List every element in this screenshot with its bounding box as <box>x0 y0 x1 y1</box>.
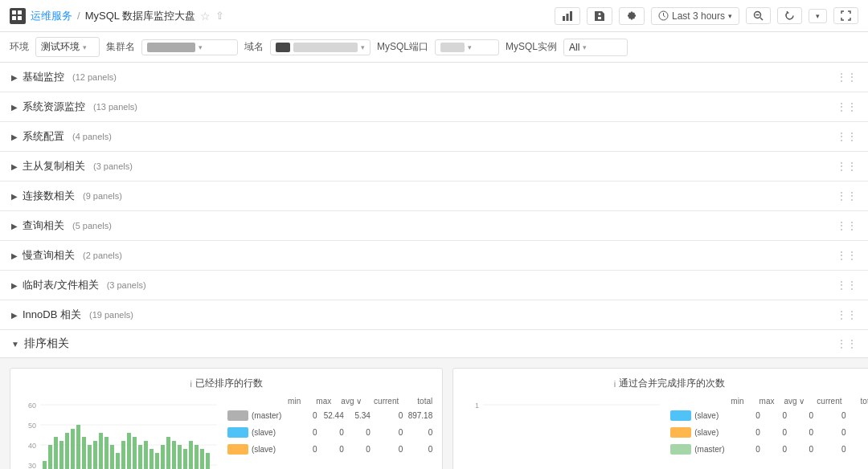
refresh-dropdown-button[interactable]: ▾ <box>809 9 827 23</box>
domain-label: 域名 <box>244 40 264 54</box>
section-row-temp[interactable]: ▶ 临时表/文件相关 (3 panels) ⋮⋮ <box>0 271 868 300</box>
chart1-title: 已经排序的行数 <box>195 377 263 390</box>
section-title-innodb: InnoDB 相关 <box>23 308 81 322</box>
svg-rect-6 <box>570 11 572 21</box>
svg-rect-48 <box>189 441 193 469</box>
app-icon <box>10 8 26 24</box>
drag-handle-config[interactable]: ⋮⋮ <box>836 130 857 143</box>
settings-button[interactable] <box>619 7 645 25</box>
svg-rect-4 <box>563 16 565 21</box>
save-button[interactable] <box>587 7 612 25</box>
drag-handle-system[interactable]: ⋮⋮ <box>836 100 857 113</box>
fullscreen-button[interactable] <box>833 7 858 24</box>
sort-section-header[interactable]: ▼ 排序相关 ⋮⋮ <box>0 330 868 358</box>
svg-rect-50 <box>200 449 204 469</box>
svg-rect-32 <box>99 433 103 469</box>
svg-rect-22 <box>43 461 47 469</box>
svg-rect-35 <box>116 453 120 469</box>
col2-total: total <box>846 397 868 406</box>
svg-text:30: 30 <box>28 462 36 469</box>
svg-rect-49 <box>194 445 199 469</box>
section-row-innodb[interactable]: ▶ InnoDB 相关 (19 panels) ⋮⋮ <box>0 300 868 330</box>
col2-current: current <box>809 397 841 406</box>
svg-rect-44 <box>166 437 170 469</box>
filter-bar: 环境 测试环境 ▾ 集群名 ▾ 域名 ▾ MySQL端口 ▾ MySQL实例 A… <box>0 32 868 63</box>
svg-rect-5 <box>566 14 568 21</box>
svg-rect-28 <box>76 425 80 469</box>
breadcrumb-area: 运维服务 / MySQL 数据库监控大盘 ☆ ⇧ <box>10 8 224 24</box>
section-row-basic[interactable]: ▶ 基础监控 (12 panels) ⋮⋮ <box>0 63 868 92</box>
domain-select[interactable]: ▾ <box>270 39 371 55</box>
legend-row-slave2: (slave) 0 0 0 0 0 <box>227 444 432 455</box>
section-row-query[interactable]: ▶ 查询相关 (5 panels) ⋮⋮ <box>0 211 868 241</box>
main-content: ▶ 基础监控 (12 panels) ⋮⋮ ▶ 系统资源监控 (13 panel… <box>0 63 868 469</box>
cluster-label: 集群名 <box>106 40 135 54</box>
svg-rect-40 <box>144 441 148 469</box>
refresh-button[interactable] <box>777 7 802 24</box>
col-current: current <box>366 397 399 406</box>
svg-rect-30 <box>88 445 92 469</box>
legend-row-master: (master) 0 52.44 5.34 0 897.18 <box>227 410 432 421</box>
section-title-temp: 临时表/文件相关 <box>23 278 99 292</box>
section-row-slow-query[interactable]: ▶ 慢查询相关 (2 panels) ⋮⋮ <box>0 241 868 271</box>
drag-handle-replication[interactable]: ⋮⋮ <box>836 160 857 173</box>
breadcrumb-service[interactable]: 运维服务 <box>31 9 72 23</box>
section-title-system: 系统资源监控 <box>23 100 85 114</box>
section-row-connections[interactable]: ▶ 连接数相关 (9 panels) ⋮⋮ <box>0 181 868 211</box>
env-select[interactable]: 测试环境 ▾ <box>35 37 100 57</box>
port-select[interactable]: ▾ <box>435 39 499 55</box>
drag-handle-connections[interactable]: ⋮⋮ <box>836 190 857 202</box>
chevron-temp: ▶ <box>11 281 18 290</box>
section-row-config[interactable]: ▶ 系统配置 (4 panels) ⋮⋮ <box>0 122 868 152</box>
star-icon[interactable]: ☆ <box>200 10 211 22</box>
time-range-button[interactable]: Last 3 hours ▾ <box>651 7 739 25</box>
cluster-select[interactable]: ▾ <box>141 39 238 55</box>
zoom-out-button[interactable] <box>746 7 771 24</box>
svg-text:40: 40 <box>28 442 36 450</box>
section-row-system[interactable]: ▶ 系统资源监控 (13 panels) ⋮⋮ <box>0 92 868 122</box>
chart2-info-icon[interactable]: i <box>614 379 616 389</box>
drag-handle-slow-query[interactable]: ⋮⋮ <box>836 249 857 262</box>
domain-chevron: ▾ <box>361 43 365 51</box>
charts-container: i 已经排序的行数 60 50 40 30 20 10 <box>0 358 868 469</box>
svg-rect-33 <box>104 437 108 469</box>
section-panels-system: (13 panels) <box>93 102 137 112</box>
instance-value: All <box>569 42 579 53</box>
chart-view-button[interactable] <box>555 7 580 25</box>
breadcrumb-page: MySQL 数据库监控大盘 <box>85 9 195 23</box>
svg-text:60: 60 <box>28 402 36 410</box>
svg-rect-2 <box>12 16 16 20</box>
env-label: 环境 <box>10 40 29 54</box>
chart1-svg-container: 60 50 40 30 20 10 <box>20 397 221 469</box>
chevron-sort-down: ▼ <box>11 340 19 349</box>
drag-handle-sort[interactable]: ⋮⋮ <box>836 337 857 350</box>
chart2-svg: 1 16:00 17:00 18:00 0 <box>463 397 664 469</box>
env-value: 测试环境 <box>41 40 80 54</box>
col-min: min <box>278 397 301 406</box>
section-panels-query: (5 panels) <box>72 221 112 230</box>
chevron-replication: ▶ <box>11 162 18 171</box>
share-icon[interactable]: ⇧ <box>215 10 224 22</box>
chevron-basic: ▶ <box>11 73 18 82</box>
legend2-row-slave1: (slave) 0 0 0 0 0 <box>670 410 868 421</box>
time-range-label: Last 3 hours <box>672 10 725 22</box>
chart1-info-icon[interactable]: i <box>190 379 191 389</box>
legend-row-slave1: (slave) 0 0 0 0 0 <box>227 427 432 438</box>
section-row-replication[interactable]: ▶ 主从复制相关 (3 panels) ⋮⋮ <box>0 152 868 181</box>
section-title-config: 系统配置 <box>23 129 64 144</box>
instance-select[interactable]: All ▾ <box>563 39 628 56</box>
port-chevron: ▾ <box>468 43 472 51</box>
drag-handle-innodb[interactable]: ⋮⋮ <box>836 308 857 321</box>
drag-handle-basic[interactable]: ⋮⋮ <box>836 71 857 84</box>
chevron-query: ▶ <box>11 222 18 230</box>
svg-rect-46 <box>178 445 182 469</box>
drag-handle-query[interactable]: ⋮⋮ <box>836 219 857 232</box>
svg-text:1: 1 <box>475 402 479 410</box>
drag-handle-temp[interactable]: ⋮⋮ <box>836 279 857 292</box>
chevron-system: ▶ <box>11 103 18 112</box>
sort-section-title: 排序相关 <box>24 336 69 351</box>
svg-rect-31 <box>93 441 97 469</box>
svg-rect-1 <box>18 10 22 14</box>
section-panels-slow-query: (2 panels) <box>83 251 122 260</box>
section-title-basic: 基础监控 <box>23 70 64 84</box>
